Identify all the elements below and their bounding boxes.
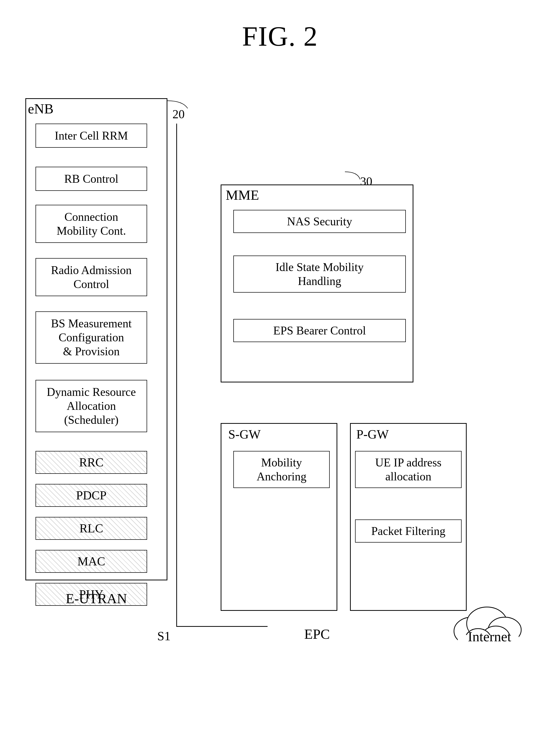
- internet-cloud: [446, 595, 528, 656]
- eps-bearer-box: EPS Bearer Control: [233, 319, 406, 342]
- diagram: eNB 20 Inter Cell RRM RB Control Connect…: [0, 68, 560, 740]
- sgw-label: S-GW: [228, 427, 261, 442]
- bs-measurement-box: BS MeasurementConfiguration& Provision: [35, 311, 147, 364]
- ref-20: 20: [173, 107, 185, 121]
- ue-ip-box: UE IP addressallocation: [355, 451, 462, 488]
- page-title: FIG. 2: [0, 0, 560, 68]
- mobility-anchoring-box: MobilityAnchoring: [233, 451, 330, 488]
- pgw-label: P-GW: [356, 427, 389, 442]
- epc-label: EPC: [221, 626, 414, 642]
- inter-cell-rrm-box: Inter Cell RRM: [35, 123, 147, 148]
- nas-security-box: NAS Security: [233, 210, 406, 233]
- packet-filtering-box: Packet Filtering: [355, 520, 462, 543]
- s1-vertical-line: [176, 123, 177, 626]
- internet-label: Internet: [451, 629, 528, 645]
- rrc-box: RRC: [35, 451, 147, 474]
- pdcp-box: PDCP: [35, 484, 147, 507]
- connection-mobility-box: ConnectionMobility Cont.: [35, 205, 147, 243]
- mac-box: MAC: [35, 550, 147, 573]
- radio-admission-box: Radio AdmissionControl: [35, 258, 147, 296]
- idle-state-box: Idle State MobilityHandling: [233, 256, 406, 293]
- dynamic-resource-box: Dynamic ResourceAllocation(Scheduler): [35, 380, 147, 432]
- s1-label: S1: [157, 629, 171, 643]
- mme-label: MME: [226, 187, 259, 203]
- rb-control-box: RB Control: [35, 167, 147, 191]
- ref-20-line: [25, 98, 76, 118]
- rlc-box: RLC: [35, 517, 147, 540]
